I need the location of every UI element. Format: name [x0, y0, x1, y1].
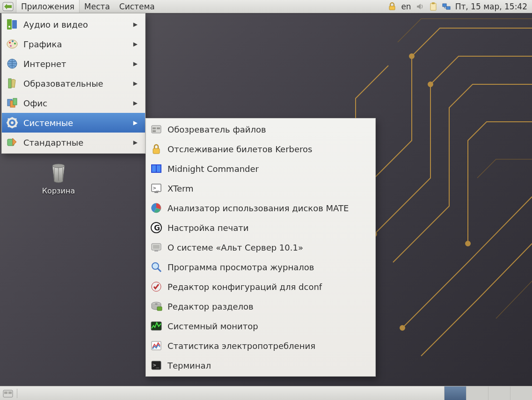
- submenu-item-label: Программа просмотра журналов: [168, 262, 364, 272]
- about-system-icon: [150, 241, 163, 254]
- svg-rect-36: [157, 165, 160, 172]
- svg-rect-10: [443, 4, 446, 7]
- submenu-item-mc[interactable]: Midnight Commander: [146, 159, 375, 178]
- submenu-item-label: Обозреватель файлов: [168, 125, 364, 134]
- svg-rect-32: [153, 130, 156, 132]
- panel-left-group: Приложения Места Система: [0, 0, 160, 13]
- volume-icon[interactable]: [415, 1, 425, 12]
- submenu-item-partition-editor[interactable]: Редактор разделов: [146, 296, 375, 316]
- system-tools-submenu: Обозреватель файлов Отслеживание билетов…: [146, 118, 376, 377]
- submenu-item-file-browser[interactable]: Обозреватель файлов: [146, 119, 375, 139]
- audio-video-icon: [6, 18, 19, 31]
- menu-item-audio-video[interactable]: Аудио и видео ▶: [2, 15, 145, 34]
- submenu-item-label: Midnight Commander: [168, 164, 364, 174]
- clipboard-icon[interactable]: [428, 1, 438, 12]
- submenu-item-dconf[interactable]: Редактор конфигураций для dconf: [146, 277, 375, 296]
- bottom-panel: [0, 386, 532, 400]
- menu-item-office[interactable]: Офис ▶: [2, 93, 145, 113]
- svg-rect-13: [7, 19, 12, 30]
- svg-point-17: [9, 42, 11, 44]
- desktop-trash[interactable]: Корзина: [35, 159, 82, 195]
- chevron-right-icon: ▶: [132, 41, 138, 47]
- submenu-item-label: Системный монитор: [168, 321, 364, 331]
- submenu-item-label: Редактор разделов: [168, 302, 364, 311]
- distro-logo-icon[interactable]: [2, 1, 14, 12]
- print-settings-icon: G: [150, 221, 163, 234]
- svg-rect-9: [432, 2, 435, 4]
- svg-rect-56: [4, 392, 7, 394]
- panel-separator: [17, 389, 17, 398]
- svg-point-18: [12, 40, 14, 42]
- submenu-item-terminal[interactable]: >_ Терминал: [146, 356, 375, 375]
- workspace-1[interactable]: [444, 386, 466, 400]
- menu-item-label: Образовательные: [23, 79, 127, 89]
- menu-item-label: Аудио и видео: [23, 20, 127, 30]
- svg-text:>_: >_: [153, 362, 160, 368]
- menu-applications[interactable]: Приложения: [16, 0, 80, 13]
- svg-rect-45: [153, 245, 160, 249]
- menu-item-label: Интернет: [23, 59, 127, 69]
- svg-rect-31: [157, 127, 160, 129]
- submenu-item-kerberos[interactable]: Отслеживание билетов Kerberos: [146, 139, 375, 159]
- menu-item-label: Системные: [23, 118, 127, 128]
- graphics-icon: [6, 37, 19, 51]
- svg-rect-35: [152, 165, 156, 172]
- submenu-item-label: XTerm: [168, 184, 364, 193]
- menu-system[interactable]: Система: [115, 0, 160, 13]
- workspace-2[interactable]: [466, 386, 488, 400]
- dconf-icon: [150, 280, 163, 293]
- svg-text:G: G: [154, 223, 160, 232]
- system-monitor-icon: [150, 319, 163, 333]
- network-icon[interactable]: [441, 1, 452, 12]
- menu-item-internet[interactable]: Интернет ▶: [2, 54, 145, 74]
- svg-point-5: [400, 326, 405, 330]
- system-gear-icon: [6, 116, 19, 129]
- submenu-item-xterm[interactable]: >_ XTerm: [146, 178, 375, 198]
- svg-point-2: [409, 54, 414, 59]
- menu-places[interactable]: Места: [80, 0, 115, 13]
- workspace-3[interactable]: [488, 386, 510, 400]
- lock-indicator-icon[interactable]: [387, 1, 397, 12]
- workspace-switcher: [444, 386, 532, 400]
- svg-rect-44: [154, 250, 158, 252]
- terminal-icon: >_: [150, 359, 163, 372]
- panel-tray: en Пт, 15 мар, 15:42: [387, 0, 532, 13]
- disk-usage-icon: [150, 201, 163, 215]
- svg-rect-8: [430, 3, 436, 10]
- power-stats-icon: [150, 339, 163, 352]
- svg-point-19: [14, 43, 16, 44]
- chevron-right-icon: ▶: [132, 119, 138, 126]
- svg-rect-25: [13, 98, 17, 105]
- show-desktop-icon[interactable]: [3, 388, 13, 399]
- xterm-icon: >_: [150, 182, 163, 195]
- submenu-item-power-stats[interactable]: Статистика электропотребления: [146, 336, 375, 356]
- menu-item-label: Стандартные: [23, 138, 127, 148]
- menu-item-system-tools[interactable]: Системные ▶: [2, 113, 145, 133]
- submenu-item-log-viewer[interactable]: Программа просмотра журналов: [146, 257, 375, 277]
- submenu-item-label: Редактор конфигураций для dconf: [168, 282, 364, 292]
- svg-rect-57: [8, 392, 12, 394]
- workspace-4[interactable]: [510, 386, 532, 400]
- svg-rect-50: [157, 307, 162, 311]
- submenu-item-about-system[interactable]: О системе «Альт Сервер 10.1»: [146, 237, 375, 257]
- svg-point-12: [52, 164, 65, 168]
- svg-point-15: [8, 26, 10, 28]
- menu-item-graphics[interactable]: Графика ▶: [2, 34, 145, 54]
- menu-item-label: Офис: [23, 98, 127, 108]
- submenu-item-disk-analyzer[interactable]: Анализатор использования дисков MATE: [146, 198, 375, 218]
- submenu-item-print-settings[interactable]: G Настройка печати: [146, 218, 375, 237]
- chevron-right-icon: ▶: [132, 100, 138, 106]
- submenu-item-system-monitor[interactable]: Системный монитор: [146, 316, 375, 336]
- svg-rect-7: [389, 6, 395, 10]
- menu-item-education[interactable]: Образовательные ▶: [2, 74, 145, 93]
- trash-icon: [46, 159, 71, 185]
- submenu-item-label: О системе «Альт Сервер 10.1»: [168, 243, 364, 252]
- file-manager-icon: [150, 123, 163, 136]
- internet-icon: [6, 57, 19, 70]
- menu-item-accessories[interactable]: Стандартные ▶: [2, 133, 145, 152]
- keyboard-layout-indicator[interactable]: en: [400, 2, 412, 11]
- office-icon: [6, 96, 19, 110]
- log-viewer-icon: [150, 260, 163, 274]
- clock[interactable]: Пт, 15 мар, 15:42: [454, 2, 528, 11]
- accessories-icon: [6, 136, 19, 149]
